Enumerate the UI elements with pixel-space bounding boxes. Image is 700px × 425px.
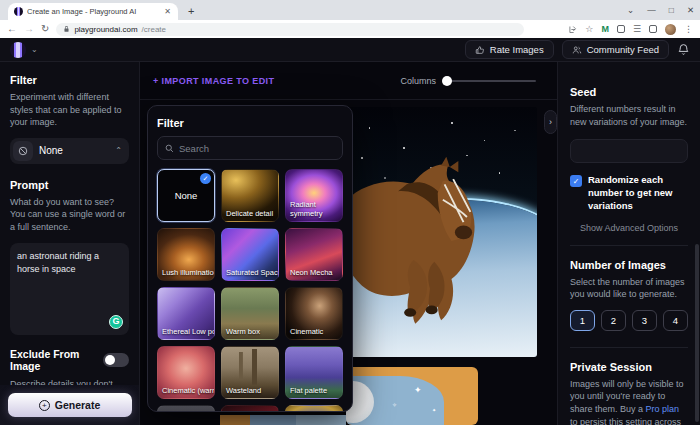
num-images-4-button[interactable]: 4 xyxy=(663,310,688,331)
filter-popup-title: Filter xyxy=(157,117,343,129)
url-path: /create xyxy=(142,25,166,34)
scrollbar-thumb[interactable] xyxy=(695,244,699,422)
num-images-1-button[interactable]: 1 xyxy=(570,310,595,331)
generated-image-edge xyxy=(220,415,346,425)
people-icon xyxy=(572,45,582,55)
browser-tab[interactable]: Create an Image - Playground AI ✕ xyxy=(8,3,178,20)
search-icon xyxy=(165,144,174,153)
style-card[interactable]: Lush illumination xyxy=(157,228,215,281)
style-grid: None ✓ Delicate detail Radiant symmetry … xyxy=(157,169,343,412)
side-panel-icon[interactable] xyxy=(649,25,657,33)
browser-profile-avatar[interactable] xyxy=(665,24,676,35)
selected-check-icon: ✓ xyxy=(200,173,211,184)
tab-title: Create an Image - Playground AI xyxy=(27,7,159,16)
import-bar: + IMPORT IMAGE TO EDIT Columns xyxy=(140,62,557,100)
forward-icon[interactable]: → xyxy=(24,24,34,34)
generated-image-horse[interactable] xyxy=(346,107,537,357)
style-card[interactable]: Wasteland xyxy=(221,346,279,399)
style-card-none[interactable]: None ✓ xyxy=(157,169,215,222)
playground-favicon xyxy=(14,7,23,16)
columns-slider[interactable] xyxy=(444,80,536,82)
prompt-value: an astronaut riding a horse in space xyxy=(17,251,99,274)
exclude-toggle[interactable] xyxy=(103,353,129,367)
community-feed-label: Community Feed xyxy=(587,44,659,55)
num-images-2-button[interactable]: 2 xyxy=(601,310,626,331)
filter-select[interactable]: None ⌃ xyxy=(10,138,129,164)
playground-logo[interactable] xyxy=(10,42,26,58)
prompt-input[interactable]: an astronaut riding a horse in space G xyxy=(10,243,129,335)
number-of-images-description: Select the number of images you would li… xyxy=(570,276,688,301)
seed-input[interactable] xyxy=(570,139,688,163)
community-feed-button[interactable]: Community Feed xyxy=(562,40,669,59)
reload-icon[interactable]: ↻ xyxy=(41,24,49,34)
window-minimize-button[interactable]: — xyxy=(647,5,656,15)
style-card[interactable]: Cinematic (warm) xyxy=(157,346,215,399)
prompt-description: What do you want to see? You can use a s… xyxy=(10,196,129,234)
browser-toolbar: ← → ↻ playgroundai.com/create ☆ M ☰ ⋮ xyxy=(0,20,700,38)
media-list-icon[interactable]: ☰ xyxy=(633,25,641,34)
extensions-puzzle-icon[interactable] xyxy=(617,25,625,33)
style-card[interactable]: Ethereal Low poly xyxy=(157,287,215,340)
lock-icon xyxy=(63,25,70,33)
exclude-heading: Exclude From Image xyxy=(10,348,103,372)
randomize-checkbox[interactable]: ✓ xyxy=(570,175,582,187)
style-search-box[interactable] xyxy=(157,136,343,160)
style-card[interactable]: Flat palette xyxy=(285,346,343,399)
bookmark-star-icon[interactable]: ☆ xyxy=(585,25,593,34)
private-session-description: Images will only be visible to you until… xyxy=(570,378,688,425)
new-tab-button[interactable]: + xyxy=(188,6,194,17)
sparkle-icon: ✦ xyxy=(432,407,436,413)
none-slash-icon xyxy=(13,141,33,161)
grammarly-icon[interactable]: G xyxy=(109,315,123,329)
right-settings-panel: Seed Different numbers result in new var… xyxy=(557,62,700,425)
filter-popup: Filter None ✓ Delicate detail Radiant sy… xyxy=(147,105,353,412)
seed-heading: Seed xyxy=(570,86,688,98)
style-card[interactable]: Delicate detail xyxy=(221,169,279,222)
plus-circle-icon: + xyxy=(39,400,50,411)
pro-plan-link[interactable]: Pro plan xyxy=(646,404,680,414)
generate-button[interactable]: + Generate xyxy=(8,393,132,417)
seed-description: Different numbers result in new variatio… xyxy=(570,103,688,128)
back-icon[interactable]: ← xyxy=(7,24,17,34)
browser-menu-icon[interactable]: ⋮ xyxy=(684,25,693,34)
canvas-area: + IMPORT IMAGE TO EDIT Columns xyxy=(140,62,557,425)
url-bar[interactable]: playgroundai.com/create xyxy=(56,23,524,36)
style-card[interactable] xyxy=(221,405,279,412)
filter-heading: Filter xyxy=(10,74,129,86)
rate-images-button[interactable]: Rate Images xyxy=(465,40,554,59)
notifications-bell-icon[interactable] xyxy=(677,43,690,56)
divider xyxy=(570,347,688,348)
tab-close-icon[interactable]: ✕ xyxy=(163,7,172,16)
style-card[interactable] xyxy=(285,405,343,412)
style-card[interactable] xyxy=(157,405,215,412)
show-advanced-options-link[interactable]: Show Advanced Options xyxy=(570,223,688,233)
style-search-input[interactable] xyxy=(179,143,335,154)
chevron-right-icon: › xyxy=(549,117,552,127)
window-maximize-button[interactable]: □ xyxy=(669,5,674,15)
generate-label: Generate xyxy=(55,399,101,411)
style-card[interactable]: Radiant symmetry xyxy=(285,169,343,222)
rate-images-label: Rate Images xyxy=(490,44,544,55)
style-card[interactable]: Warm box xyxy=(221,287,279,340)
prompt-heading: Prompt xyxy=(10,179,129,191)
filter-description: Experiment with different styles that ca… xyxy=(10,91,129,129)
collapse-panel-button[interactable]: › xyxy=(544,110,557,134)
randomize-label: Randomize each number to get new variati… xyxy=(588,174,688,212)
generate-bar: + Generate xyxy=(0,385,139,425)
style-card[interactable]: Saturated Space xyxy=(221,228,279,281)
import-image-link[interactable]: + IMPORT IMAGE TO EDIT xyxy=(153,76,274,86)
generated-image-collage[interactable]: ✦ ✧ ✦ xyxy=(346,367,478,425)
style-card[interactable]: Neon Mecha xyxy=(285,228,343,281)
columns-slider-knob[interactable] xyxy=(442,76,452,86)
app-header: ⌄ Rate Images Community Feed xyxy=(0,38,700,62)
window-close-button[interactable]: ✕ xyxy=(687,5,694,15)
number-of-images-heading: Number of Images xyxy=(570,259,688,271)
style-card[interactable]: Cinematic xyxy=(285,287,343,340)
search-tabs-icon[interactable]: ⌄ xyxy=(627,5,634,15)
url-domain: playgroundai.com xyxy=(74,25,137,34)
logo-chevron-down-icon[interactable]: ⌄ xyxy=(31,45,38,54)
extension-m-icon[interactable]: M xyxy=(601,24,609,34)
columns-label: Columns xyxy=(400,76,436,86)
num-images-3-button[interactable]: 3 xyxy=(632,310,657,331)
share-icon[interactable] xyxy=(568,25,577,34)
